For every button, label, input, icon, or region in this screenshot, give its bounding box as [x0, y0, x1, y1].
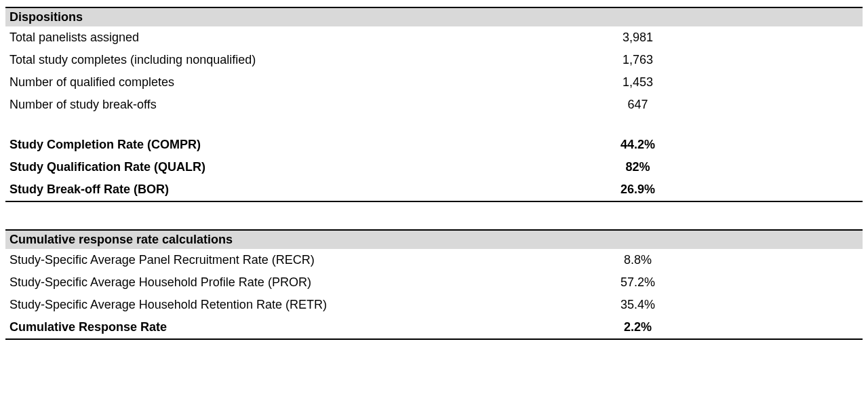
table-row: Study-Specific Average Panel Recruitment… — [5, 249, 863, 271]
row-label: Study Qualification Rate (QUALR) — [9, 158, 536, 176]
row-value: 26.9% — [536, 180, 739, 199]
spacer — [5, 116, 863, 134]
table-row: Study-Specific Average Household Profile… — [5, 271, 863, 294]
row-value: 3,981 — [536, 28, 739, 47]
table-row: Number of qualified completes 1,453 — [5, 71, 863, 94]
row-label: Cumulative Response Rate — [9, 318, 536, 336]
dispositions-table: Dispositions Total panelists assigned 3,… — [5, 7, 863, 202]
table-row: Study Break-off Rate (BOR) 26.9% — [5, 178, 863, 202]
row-label: Study-Specific Average Panel Recruitment… — [9, 251, 536, 269]
table-row: Cumulative Response Rate 2.2% — [5, 316, 863, 340]
row-label: Number of qualified completes — [9, 73, 536, 92]
row-value: 2.2% — [536, 318, 739, 336]
row-label: Total study completes (including nonqual… — [9, 51, 536, 69]
row-value: 1,453 — [536, 73, 739, 92]
row-value: 57.2% — [536, 273, 739, 292]
row-label: Study-Specific Average Household Profile… — [9, 273, 536, 292]
header-text: Dispositions — [9, 10, 83, 24]
table-row: Number of study break-offs 647 — [5, 94, 863, 116]
header-text: Cumulative response rate calculations — [9, 233, 233, 246]
table-row: Study Completion Rate (COMPR) 44.2% — [5, 134, 863, 156]
row-value: 8.8% — [536, 251, 739, 269]
row-label: Study Completion Rate (COMPR) — [9, 136, 536, 154]
row-label: Total panelists assigned — [9, 28, 536, 47]
row-label: Number of study break-offs — [9, 96, 536, 114]
table-row: Study-Specific Average Household Retenti… — [5, 294, 863, 316]
row-value: 1,763 — [536, 51, 739, 69]
row-label: Study-Specific Average Household Retenti… — [9, 296, 536, 314]
row-label: Study Break-off Rate (BOR) — [9, 180, 536, 199]
row-value: 35.4% — [536, 296, 739, 314]
cumulative-response-table: Cumulative response rate calculations St… — [5, 229, 863, 340]
table-header: Dispositions — [5, 7, 863, 26]
table-row: Total study completes (including nonqual… — [5, 49, 863, 71]
table-row: Total panelists assigned 3,981 — [5, 26, 863, 49]
row-value: 44.2% — [536, 136, 739, 154]
table-header: Cumulative response rate calculations — [5, 229, 863, 249]
row-value: 647 — [536, 96, 739, 114]
table-row: Study Qualification Rate (QUALR) 82% — [5, 156, 863, 178]
row-value: 82% — [536, 158, 739, 176]
